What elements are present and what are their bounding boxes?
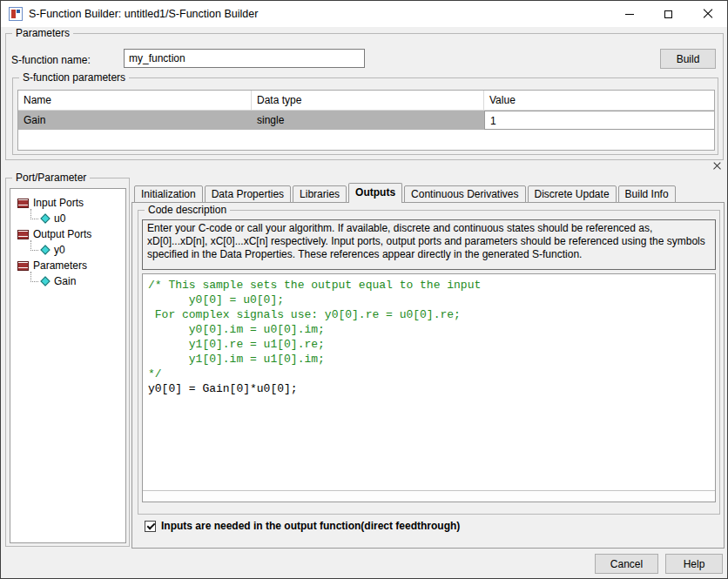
- titlebar[interactable]: S-Function Builder: untitled1/S-Function…: [1, 1, 727, 27]
- cell-value[interactable]: 1: [484, 111, 714, 130]
- port-diamond-icon: [40, 213, 50, 223]
- feedthrough-checkbox[interactable]: [145, 521, 156, 532]
- tab-initialization[interactable]: Initialization: [134, 185, 203, 203]
- port-diamond-icon: [40, 245, 50, 254]
- tree-item-label: Input Ports: [33, 197, 84, 209]
- code-text[interactable]: /* This sample sets the output equal to …: [143, 274, 715, 490]
- port-parameter-tree: Input Ports u0 Output Ports y0 Parameter…: [10, 188, 126, 543]
- code-description-legend: Code description: [145, 204, 230, 216]
- tree-connector: [30, 272, 38, 282]
- port-diamond-icon: [40, 276, 50, 286]
- app-icon: [9, 7, 23, 21]
- parameters-table-header: Name Data type Value: [18, 91, 714, 111]
- window-controls: [610, 1, 727, 27]
- sfunction-name-label: S-function name:: [11, 54, 91, 66]
- input-ports-icon: [17, 199, 29, 208]
- window-title: S-Function Builder: untitled1/S-Function…: [29, 1, 258, 27]
- feedthrough-row: Inputs are needed in the output function…: [145, 520, 460, 532]
- tree-item-label: Gain: [54, 275, 76, 287]
- code-line: /* This sample sets the output equal to …: [148, 278, 710, 293]
- code-line: y0[0] = Gain[0]*u0[0];: [148, 381, 710, 396]
- tab-data-properties[interactable]: Data Properties: [205, 185, 291, 203]
- code-description-text: Enter your C-code or call your algorithm…: [142, 219, 716, 270]
- tab-build-info[interactable]: Build Info: [618, 185, 676, 203]
- code-line: y1[0].im = u1[0].im;: [148, 352, 710, 367]
- tree-connector: [30, 209, 38, 219]
- maximize-button[interactable]: [649, 1, 688, 27]
- cell-name[interactable]: Gain: [18, 111, 252, 130]
- cancel-button[interactable]: Cancel: [595, 554, 658, 574]
- minimize-button[interactable]: [610, 1, 649, 27]
- tab-outputs[interactable]: Outputs: [348, 183, 402, 203]
- output-ports-icon: [17, 230, 29, 239]
- close-button[interactable]: [688, 1, 727, 27]
- tree-item-u0[interactable]: u0: [27, 211, 125, 226]
- port-parameter-group: Port/Parameter Input Ports u0 Output Por…: [5, 178, 130, 547]
- sfunction-parameters-group: S-function parameters Name Data type Val…: [12, 77, 718, 155]
- code-line: */: [148, 367, 710, 381]
- code-description-group: Code description Enter your C-code or ca…: [138, 210, 720, 515]
- code-line: y0[0] = u0[0];: [148, 293, 710, 307]
- parameters-legend: Parameters: [12, 27, 73, 39]
- tab-libraries[interactable]: Libraries: [293, 185, 347, 203]
- build-button[interactable]: Build: [660, 49, 716, 69]
- tree-item-label: Output Ports: [33, 228, 91, 240]
- tree-item-label: y0: [54, 244, 65, 256]
- tab-discrete-update[interactable]: Discrete Update: [528, 185, 617, 203]
- code-line: y0[0].im = u0[0].im;: [148, 322, 710, 337]
- maximize-icon: [664, 10, 672, 18]
- minimize-icon: [625, 14, 634, 15]
- close-icon: [703, 9, 713, 19]
- tree-connector: [30, 240, 38, 251]
- cell-datatype[interactable]: single: [252, 111, 484, 130]
- tree-item-gain[interactable]: Gain: [27, 273, 125, 289]
- column-header-value[interactable]: Value: [484, 91, 714, 110]
- horizontal-scrollbar[interactable]: [143, 490, 715, 502]
- tree-item-label: Parameters: [33, 259, 87, 272]
- tree-item-y0[interactable]: y0: [27, 242, 125, 258]
- sfunction-name-input[interactable]: [124, 49, 365, 68]
- feedthrough-label: Inputs are needed in the output function…: [161, 520, 460, 532]
- close-parameters-button[interactable]: [711, 159, 724, 172]
- column-header-datatype[interactable]: Data type: [252, 91, 484, 110]
- code-line: For complex signals use: y0[0].re = u0[0…: [148, 307, 710, 322]
- tab-continuous-derivatives[interactable]: Continuous Derivatives: [404, 185, 525, 203]
- code-line: y1[0].re = u1[0].re;: [148, 337, 710, 352]
- parameters-group: Parameters S-function name: Build S-func…: [5, 33, 724, 160]
- tree-item-label: u0: [54, 212, 65, 225]
- parameters-node-icon: [17, 261, 29, 271]
- help-button[interactable]: Help: [665, 554, 723, 574]
- code-editor[interactable]: /* This sample sets the output equal to …: [142, 273, 716, 502]
- sfunction-parameters-legend: S-function parameters: [19, 71, 129, 84]
- close-parameters-icon: [713, 162, 721, 170]
- sfunction-builder-window: S-Function Builder: untitled1/S-Function…: [0, 0, 728, 579]
- parameters-table: Name Data type Value Gain single 1: [17, 90, 715, 151]
- port-parameter-legend: Port/Parameter: [12, 172, 90, 184]
- table-row[interactable]: Gain single 1: [18, 111, 714, 130]
- outputs-tab-panel: Code description Enter your C-code or ca…: [131, 202, 725, 549]
- tab-bar: Initialization Data Properties Libraries…: [134, 183, 677, 203]
- column-header-name[interactable]: Name: [18, 91, 252, 110]
